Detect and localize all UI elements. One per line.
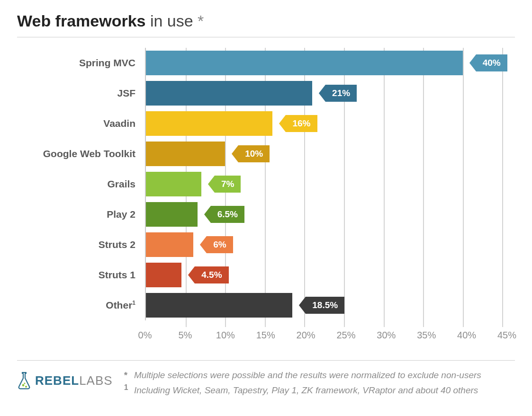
footnote-1-text: Multiple selections were possible and th… <box>134 370 481 380</box>
category-label: Grails <box>107 178 146 190</box>
plot-area: Spring MVC40%JSF21%Vaadin16%Google Web T… <box>145 48 510 320</box>
footnote-2-marker: 1 <box>124 382 132 394</box>
value-flag: 4.5% <box>188 266 228 283</box>
svg-point-2 <box>24 382 25 384</box>
value-label: 6.5% <box>211 206 244 223</box>
value-flag: 18.5% <box>299 297 344 314</box>
value-label: 6% <box>207 236 233 253</box>
bar-row: Grails7% <box>146 169 510 199</box>
bar-chart: Spring MVC40%JSF21%Vaadin16%Google Web T… <box>17 48 515 320</box>
flag-triangle-icon <box>200 236 207 253</box>
flask-icon <box>17 371 31 390</box>
divider-bottom <box>17 360 515 361</box>
flag-triangle-icon <box>469 54 476 71</box>
category-label: Play 2 <box>107 209 146 220</box>
flag-triangle-icon <box>208 176 215 193</box>
rebellabs-logo: REBELLABS <box>17 368 113 390</box>
value-flag: 6.5% <box>204 206 244 223</box>
x-axis: 0%5%10%15%20%25%30%35%40%45% <box>145 330 515 344</box>
bar-row: Google Web Toolkit10% <box>146 139 510 169</box>
x-tick-label: 45% <box>497 330 516 341</box>
logo-text: REBELLABS <box>35 373 113 388</box>
logo-brand: REBEL <box>35 373 79 388</box>
x-tick-label: 25% <box>336 330 355 341</box>
footnote-1-marker: * <box>124 368 132 382</box>
value-label: 21% <box>325 85 357 102</box>
value-flag: 10% <box>232 145 270 162</box>
value-label: 10% <box>238 145 270 162</box>
category-label: Struts 2 <box>99 239 146 250</box>
value-label: 7% <box>215 176 241 193</box>
category-label: Struts 1 <box>99 269 146 281</box>
value-label: 4.5% <box>195 266 228 283</box>
logo-sub: LABS <box>79 373 113 388</box>
value-label: 18.5% <box>306 297 344 314</box>
bar-row: Vaadin16% <box>146 108 510 139</box>
flag-triangle-icon <box>319 85 325 102</box>
value-label: 16% <box>286 115 317 132</box>
flag-triangle-icon <box>188 266 195 283</box>
x-tick-label: 15% <box>256 330 275 341</box>
flag-triangle-icon <box>232 145 238 162</box>
value-flag: 7% <box>208 176 241 193</box>
flag-triangle-icon <box>204 206 211 223</box>
category-label: JSF <box>117 88 146 99</box>
bar <box>146 293 292 318</box>
footnote-2-text: Including Wicket, Seam, Tapestry, Play 1… <box>134 386 478 396</box>
divider-top <box>17 37 515 37</box>
flag-triangle-icon <box>279 115 286 132</box>
title-bold: Web frameworks <box>17 12 145 30</box>
bar <box>146 172 201 196</box>
x-tick-label: 10% <box>216 330 235 341</box>
bar-row: Struts 14.5% <box>146 260 510 290</box>
footnote-2: 1 Including Wicket, Seam, Tapestry, Play… <box>124 382 481 398</box>
x-tick-label: 35% <box>417 330 436 341</box>
x-tick-label: 5% <box>178 330 192 341</box>
category-label: Other1 <box>106 300 146 311</box>
flag-triangle-icon <box>299 297 306 314</box>
svg-point-0 <box>22 384 25 387</box>
bar-row: Other118.5% <box>146 290 510 320</box>
bar <box>146 202 198 227</box>
title-rest: in use <box>145 12 198 30</box>
bar-row: Play 26.5% <box>146 199 510 230</box>
chart-title: Web frameworks in use * <box>17 12 515 30</box>
value-flag: 6% <box>200 236 233 253</box>
value-flag: 21% <box>319 85 357 102</box>
value-label: 40% <box>476 54 507 71</box>
title-asterisk: * <box>198 12 204 30</box>
bar <box>146 81 312 106</box>
value-flag: 16% <box>279 115 317 132</box>
bar-row: Spring MVC40% <box>146 48 510 78</box>
bar <box>146 51 463 75</box>
bar <box>146 263 181 287</box>
bar <box>146 142 225 166</box>
svg-point-1 <box>25 386 27 388</box>
bar <box>146 232 193 257</box>
value-flag: 40% <box>469 54 507 71</box>
x-tick-label: 20% <box>297 330 316 341</box>
category-label: Spring MVC <box>79 57 146 69</box>
x-tick-label: 0% <box>138 330 152 341</box>
category-label: Vaadin <box>103 118 146 129</box>
footnote-1: * Multiple selections were possible and … <box>124 368 481 382</box>
bar <box>146 111 272 136</box>
x-tick-label: 40% <box>457 330 476 341</box>
footer: REBELLABS * Multiple selections were pos… <box>17 368 515 398</box>
bar-row: Struts 26% <box>146 230 510 260</box>
bar-row: JSF21% <box>146 78 510 108</box>
footnotes: * Multiple selections were possible and … <box>124 368 481 398</box>
x-tick-label: 30% <box>377 330 396 341</box>
category-label: Google Web Toolkit <box>43 148 146 159</box>
